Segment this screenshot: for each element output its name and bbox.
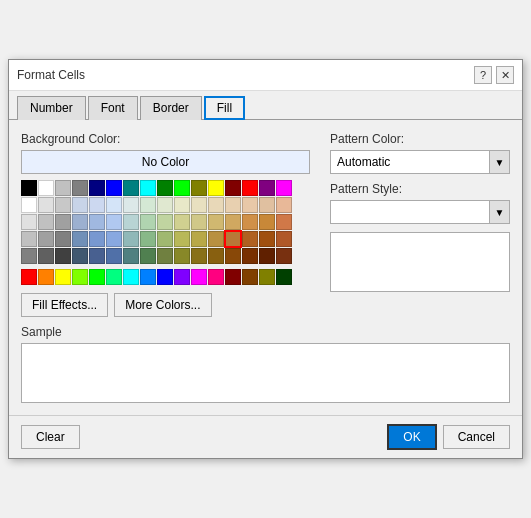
more-colors-button[interactable]: More Colors... [114,293,211,317]
color-cell[interactable] [242,180,258,196]
color-cell[interactable] [191,180,207,196]
color-cell[interactable] [72,214,88,230]
color-cell[interactable] [89,180,105,196]
color-cell[interactable] [123,231,139,247]
color-cell-bright[interactable] [225,269,241,285]
no-color-button[interactable]: No Color [21,150,310,174]
color-cell[interactable] [89,248,105,264]
color-cell[interactable] [157,214,173,230]
help-button[interactable]: ? [474,66,492,84]
color-cell[interactable] [38,231,54,247]
color-cell[interactable] [174,197,190,213]
color-cell-bright[interactable] [38,269,54,285]
color-cell[interactable] [225,248,241,264]
color-cell-bright[interactable] [191,269,207,285]
color-cell-bright[interactable] [208,269,224,285]
color-cell[interactable] [123,248,139,264]
pattern-color-dropdown[interactable]: Automatic ▼ [330,150,510,174]
cancel-button[interactable]: Cancel [443,425,510,449]
color-cell[interactable] [157,197,173,213]
color-cell[interactable] [208,197,224,213]
color-cell[interactable] [38,180,54,196]
color-cell-bright[interactable] [276,269,292,285]
color-cell[interactable] [140,197,156,213]
tab-fill[interactable]: Fill [204,96,245,120]
color-cell[interactable] [174,180,190,196]
color-cell-bright[interactable] [174,269,190,285]
color-cell[interactable] [72,231,88,247]
color-cell[interactable] [242,248,258,264]
color-cell-bright[interactable] [123,269,139,285]
color-cell[interactable] [208,214,224,230]
color-cell[interactable] [157,248,173,264]
color-cell[interactable] [191,248,207,264]
color-cell-bright[interactable] [89,269,105,285]
color-cell[interactable] [21,231,37,247]
color-cell[interactable] [38,214,54,230]
color-cell[interactable] [106,180,122,196]
color-cell[interactable] [208,231,224,247]
color-cell[interactable] [242,214,258,230]
color-cell[interactable] [55,231,71,247]
color-cell[interactable] [225,214,241,230]
color-cell[interactable] [259,180,275,196]
color-cell[interactable] [21,248,37,264]
color-cell[interactable] [123,180,139,196]
color-cell[interactable] [259,248,275,264]
color-cell[interactable] [276,180,292,196]
color-cell[interactable] [140,180,156,196]
color-cell[interactable] [55,180,71,196]
color-cell-bright[interactable] [242,269,258,285]
color-cell[interactable] [225,231,241,247]
color-cell[interactable] [106,248,122,264]
clear-button[interactable]: Clear [21,425,80,449]
color-cell[interactable] [21,180,37,196]
color-cell[interactable] [55,197,71,213]
color-cell[interactable] [276,197,292,213]
color-cell[interactable] [106,231,122,247]
color-cell[interactable] [225,197,241,213]
color-cell[interactable] [89,197,105,213]
color-cell[interactable] [55,248,71,264]
color-cell-bright[interactable] [259,269,275,285]
color-cell[interactable] [89,214,105,230]
color-cell[interactable] [72,180,88,196]
pattern-style-arrow[interactable]: ▼ [489,201,509,223]
color-cell[interactable] [140,231,156,247]
color-cell[interactable] [225,180,241,196]
close-button[interactable]: ✕ [496,66,514,84]
color-cell-bright[interactable] [106,269,122,285]
color-cell-bright[interactable] [157,269,173,285]
color-cell[interactable] [259,197,275,213]
pattern-color-arrow[interactable]: ▼ [489,151,509,173]
color-cell[interactable] [191,231,207,247]
color-cell[interactable] [123,197,139,213]
tab-number[interactable]: Number [17,96,86,120]
color-cell[interactable] [276,231,292,247]
color-cell[interactable] [140,248,156,264]
color-cell[interactable] [106,214,122,230]
pattern-style-dropdown[interactable]: ▼ [330,200,510,224]
color-cell[interactable] [276,248,292,264]
color-cell[interactable] [191,214,207,230]
ok-button[interactable]: OK [387,424,436,450]
color-cell[interactable] [276,214,292,230]
color-cell[interactable] [242,231,258,247]
color-cell[interactable] [174,248,190,264]
color-cell[interactable] [140,214,156,230]
tab-border[interactable]: Border [140,96,202,120]
tab-font[interactable]: Font [88,96,138,120]
color-cell[interactable] [157,180,173,196]
color-cell[interactable] [208,248,224,264]
color-cell-bright[interactable] [72,269,88,285]
color-cell[interactable] [89,231,105,247]
color-cell[interactable] [55,214,71,230]
color-cell-bright[interactable] [21,269,37,285]
color-cell[interactable] [208,180,224,196]
color-cell-bright[interactable] [140,269,156,285]
fill-effects-button[interactable]: Fill Effects... [21,293,108,317]
color-cell[interactable] [106,197,122,213]
color-cell[interactable] [157,231,173,247]
color-cell[interactable] [21,197,37,213]
color-cell[interactable] [174,231,190,247]
